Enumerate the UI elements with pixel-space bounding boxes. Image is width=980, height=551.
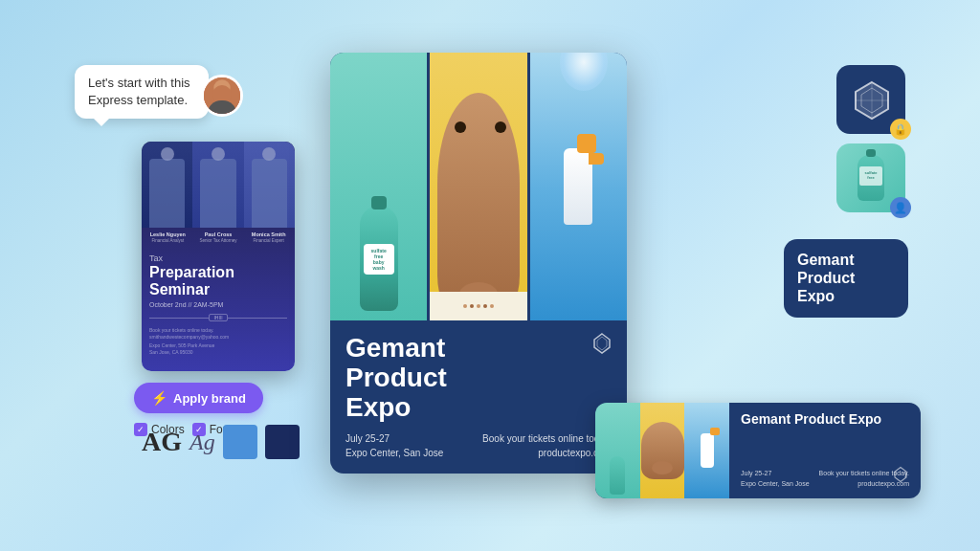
serif-font-preview: AG xyxy=(142,427,182,457)
font-previews: AG Ag xyxy=(142,425,300,459)
person1-label: Leslie Nguyen Financial Analyst xyxy=(144,231,192,244)
poster-gem-logo xyxy=(590,332,613,355)
apply-brand-icon: ⚡ xyxy=(151,390,167,406)
poster-brand-name: Gemant Product Expo xyxy=(345,334,612,422)
poster-col-blue xyxy=(530,53,627,320)
user-badge: 👤 xyxy=(890,197,911,218)
color-swatch-blue[interactable] xyxy=(223,425,257,459)
bottle-label: sulfatefreebabywash xyxy=(364,244,394,275)
poster-date-right: Book your tickets online today. producte… xyxy=(482,431,612,460)
banner-spray-small xyxy=(701,433,714,468)
tax-label: Tax xyxy=(149,253,287,263)
tooltip-text: Let's start with this Express template. xyxy=(88,76,190,107)
poster-date-left: July 25-27 Expo Center, San Jose xyxy=(345,431,443,460)
banner-dog-small xyxy=(641,422,684,479)
apply-brand-label: Apply brand xyxy=(173,391,246,406)
icon-card-diamond: 🔒 xyxy=(836,65,905,134)
avatar-face xyxy=(204,77,240,114)
banner-date-venue: July 25-27 Expo Center, San Jose xyxy=(741,469,810,489)
color-swatch-dark[interactable] xyxy=(265,425,300,459)
spray-trigger xyxy=(589,153,604,165)
tax-footer: Book your tickets online today. smithand… xyxy=(149,327,287,356)
poster-photos: sulfatefreebabywash xyxy=(330,53,627,320)
banner-bottle-small xyxy=(610,456,625,495)
banner-photos xyxy=(595,403,729,498)
left-card-content: Tax PreparationSeminar October 2nd // 2A… xyxy=(142,248,295,362)
banner-details: July 25-27 Expo Center, San Jose Book yo… xyxy=(741,469,909,489)
svg-marker-4 xyxy=(597,337,607,350)
right-icon-cards: 🔒 sulfatefree 👤 xyxy=(836,65,905,212)
poster-text-area: Gemant Product Expo July 25-27 Expo Cent… xyxy=(330,320,627,472)
lock-badge: 🔒 xyxy=(890,119,911,140)
icon-card-bottle: sulfatefree 👤 xyxy=(836,143,905,212)
spray-bottle xyxy=(564,148,592,225)
poster-col-teal: sulfatefreebabywash xyxy=(330,53,427,320)
poster-dates: July 25-27 Expo Center, San Jose Book yo… xyxy=(345,431,612,460)
text-icon-card: Gemant Product Expo xyxy=(784,239,908,318)
tax-date: October 2nd // 2AM-5PM xyxy=(149,301,287,308)
svg-point-2 xyxy=(209,101,235,114)
spray-cap xyxy=(577,134,596,153)
apply-brand-button[interactable]: ⚡ Apply brand xyxy=(134,383,263,413)
bottle-shape: sulfatefreebabywash xyxy=(360,206,398,311)
poster-col-yellow xyxy=(430,53,526,320)
bottle-cap xyxy=(371,196,387,209)
dog-food-bowl xyxy=(430,292,526,320)
banner-col-yellow xyxy=(640,403,685,498)
person2-label: Paul Cross Senior Tax Attorney xyxy=(194,231,243,244)
banner-col-blue xyxy=(684,403,729,498)
banner-col-teal xyxy=(595,403,640,498)
left-template-card: Leslie Nguyen Financial Analyst Paul Cro… xyxy=(142,142,295,371)
svg-marker-9 xyxy=(895,468,906,482)
left-card-photos xyxy=(142,142,295,228)
gem-icon-large xyxy=(850,78,892,121)
main-poster: sulfatefreebabywash xyxy=(330,53,627,474)
dog-eye-left xyxy=(455,121,466,133)
text-icon-brand: Gemant Product Expo xyxy=(797,251,895,306)
left-card-labels: Leslie Nguyen Financial Analyst Paul Cro… xyxy=(142,228,295,248)
wide-banner: Gemant Product Expo July 25-27 Expo Cent… xyxy=(595,403,921,498)
dog-eye-right xyxy=(495,121,506,133)
avatar xyxy=(201,75,243,117)
teal-bottle-icon: sulfatefree xyxy=(858,155,884,201)
dog-shape xyxy=(437,93,520,320)
water-splash xyxy=(560,53,608,91)
banner-gem-logo xyxy=(892,466,909,487)
tax-logo: IHIII xyxy=(209,314,227,321)
person3-label: Monica Smith Financial Expert xyxy=(244,231,293,244)
tooltip-bubble: Let's start with this Express template. xyxy=(75,65,209,119)
banner-brand-name: Gemant Product Expo xyxy=(741,412,909,427)
sans-font-preview: Ag xyxy=(189,430,215,455)
tax-title: PreparationSeminar xyxy=(149,264,287,298)
tax-divider: IHIII xyxy=(149,314,287,321)
svg-point-1 xyxy=(213,79,230,96)
